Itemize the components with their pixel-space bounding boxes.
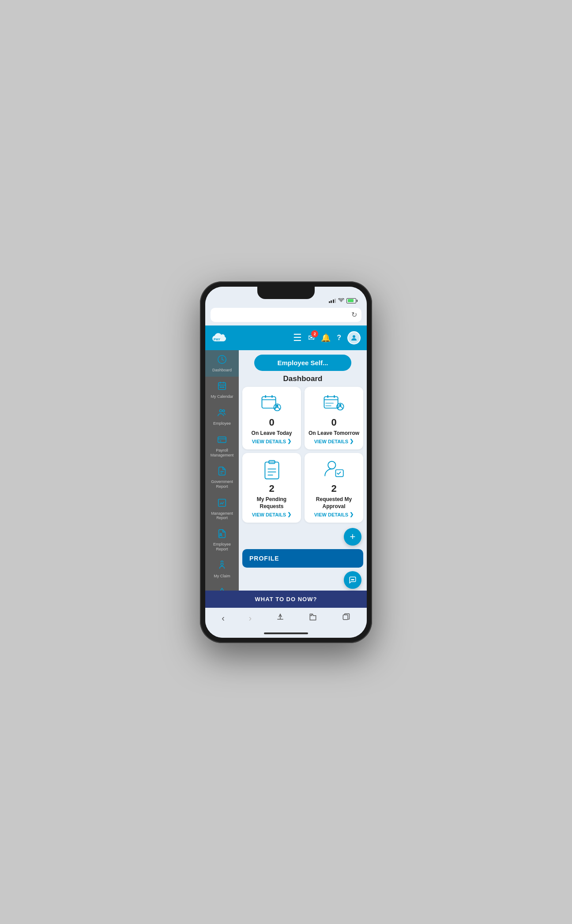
leave-icon xyxy=(217,587,227,591)
svg-point-12 xyxy=(221,563,223,566)
sidebar-label-employee: Employee xyxy=(213,421,231,426)
emp-report-icon xyxy=(217,529,227,541)
sidebar: Dashboard My Calendar xyxy=(205,350,239,591)
mail-icon[interactable]: ✉ 2 xyxy=(308,333,315,343)
employee-self-service-button[interactable]: Employee Self... xyxy=(254,355,351,371)
svg-point-17 xyxy=(276,404,278,407)
svg-rect-18 xyxy=(324,397,338,408)
sidebar-label-employee-report: Employee Report xyxy=(207,542,237,552)
claim-icon xyxy=(217,561,227,572)
svg-point-4 xyxy=(220,387,221,388)
svg-rect-15 xyxy=(271,395,273,397)
fab-plus-button[interactable]: + xyxy=(344,528,361,546)
svg-point-8 xyxy=(222,410,225,412)
sidebar-item-payroll-management[interactable]: Payroll Management xyxy=(205,430,239,462)
svg-rect-9 xyxy=(218,437,226,442)
sidebar-item-my-calendar[interactable]: My Calendar xyxy=(205,377,239,404)
battery-icon xyxy=(346,298,356,303)
svg-point-25 xyxy=(328,461,335,469)
calendar-icon xyxy=(217,381,227,393)
approval-count: 2 xyxy=(331,483,336,494)
phone-frame: ↻ PAY ☰ ✉ 2 🔔 ? xyxy=(200,281,372,643)
on-leave-tomorrow-link[interactable]: VIEW DETAILS ❯ xyxy=(314,438,354,444)
svg-point-28 xyxy=(352,580,353,580)
on-leave-tomorrow-icon-area xyxy=(323,392,346,415)
payroll-icon xyxy=(217,435,227,447)
svg-rect-14 xyxy=(265,395,266,397)
logo-area: PAY xyxy=(211,332,227,344)
sidebar-label-government-report: Government Report xyxy=(207,479,237,489)
sidebar-item-employee-report[interactable]: Employee Report xyxy=(205,524,239,556)
svg-rect-30 xyxy=(343,615,348,620)
share-button[interactable] xyxy=(276,613,285,624)
sidebar-item-dashboard[interactable]: Dashboard xyxy=(205,350,239,377)
svg-point-5 xyxy=(222,387,222,388)
sidebar-item-my-leave[interactable]: My Leave xyxy=(205,583,239,591)
refresh-icon[interactable]: ↻ xyxy=(351,310,357,319)
sidebar-label-my-claim: My Claim xyxy=(214,574,230,579)
svg-point-7 xyxy=(220,410,222,412)
bottom-browser-bar: ‹ › xyxy=(205,608,367,629)
profile-title: PROFILE xyxy=(249,555,279,562)
sidebar-item-my-claim[interactable]: My Claim xyxy=(205,556,239,583)
on-leave-today-title: On Leave Today xyxy=(252,430,292,437)
sidebar-label-my-calendar: My Calendar xyxy=(211,394,233,399)
dashboard: Employee Self... Dashboard xyxy=(239,350,367,591)
approval-icon-area xyxy=(323,458,346,481)
card-on-leave-tomorrow: 0 On Leave Tomorrow VIEW DETAILS ❯ xyxy=(305,387,363,450)
card-on-leave-today: 0 On Leave Today VIEW DETAILS ❯ xyxy=(242,387,301,450)
dashboard-icon xyxy=(217,355,227,367)
svg-rect-20 xyxy=(334,395,335,397)
sidebar-item-government-report[interactable]: Government Report xyxy=(205,462,239,494)
pending-requests-title: My Pending Requests xyxy=(246,496,297,510)
header-icons: ☰ ✉ 2 🔔 ? xyxy=(293,331,361,344)
card-requested-my-approval: 2 Requested My Approval VIEW DETAILS ❯ xyxy=(305,453,363,523)
chat-fab-button[interactable] xyxy=(344,571,361,589)
home-bar xyxy=(264,632,308,634)
svg-rect-23 xyxy=(265,462,278,479)
address-bar-container: ↻ xyxy=(205,306,367,325)
main-content: Dashboard My Calendar xyxy=(205,350,367,591)
sidebar-item-employee[interactable]: Employee xyxy=(205,404,239,430)
svg-point-29 xyxy=(354,580,354,580)
svg-rect-3 xyxy=(218,383,226,390)
menu-icon[interactable]: ☰ xyxy=(293,332,302,344)
pending-requests-icon-area xyxy=(260,458,283,481)
forward-button: › xyxy=(248,613,252,623)
svg-point-1 xyxy=(353,335,355,338)
calendar-person-icon-tomorrow xyxy=(323,392,346,415)
tabs-button[interactable] xyxy=(342,613,350,624)
svg-point-11 xyxy=(220,534,222,535)
sidebar-label-management-report: Management Report xyxy=(207,511,237,520)
svg-point-6 xyxy=(223,387,224,388)
on-leave-tomorrow-count: 0 xyxy=(331,417,336,428)
on-leave-tomorrow-title: On Leave Tomorrow xyxy=(309,430,359,437)
svg-point-27 xyxy=(351,580,352,580)
dashboard-title: Dashboard xyxy=(242,374,363,383)
on-leave-today-icon-area xyxy=(260,392,283,415)
help-icon[interactable]: ? xyxy=(337,334,341,342)
clipboard-icon xyxy=(260,458,283,481)
bookmark-button[interactable] xyxy=(309,613,317,624)
logo-icon: PAY xyxy=(211,332,227,344)
what-to-do-text: WHAT TO DO NOW? xyxy=(255,596,317,602)
bell-icon[interactable]: 🔔 xyxy=(321,333,331,343)
phone-screen: ↻ PAY ☰ ✉ 2 🔔 ? xyxy=(205,287,367,638)
app-header: PAY ☰ ✉ 2 🔔 ? xyxy=(205,325,367,350)
svg-rect-19 xyxy=(327,395,328,397)
mail-badge: 2 xyxy=(311,330,318,337)
phone-notch xyxy=(257,287,315,299)
on-leave-today-link[interactable]: VIEW DETAILS ❯ xyxy=(252,438,291,444)
svg-text:PAY: PAY xyxy=(214,337,221,341)
approval-link[interactable]: VIEW DETAILS ❯ xyxy=(314,512,354,517)
profile-strip: PROFILE xyxy=(242,549,363,568)
sidebar-label-dashboard: Dashboard xyxy=(212,368,232,373)
address-bar: ↻ xyxy=(211,308,361,322)
back-button[interactable]: ‹ xyxy=(222,613,225,623)
sidebar-item-management-report[interactable]: Management Report xyxy=(205,494,239,524)
pending-requests-link[interactable]: VIEW DETAILS ❯ xyxy=(252,512,291,517)
approval-title: Requested My Approval xyxy=(308,496,360,510)
what-to-do-banner[interactable]: WHAT TO DO NOW? xyxy=(205,591,367,608)
avatar[interactable] xyxy=(347,331,361,344)
home-indicator xyxy=(205,629,367,638)
